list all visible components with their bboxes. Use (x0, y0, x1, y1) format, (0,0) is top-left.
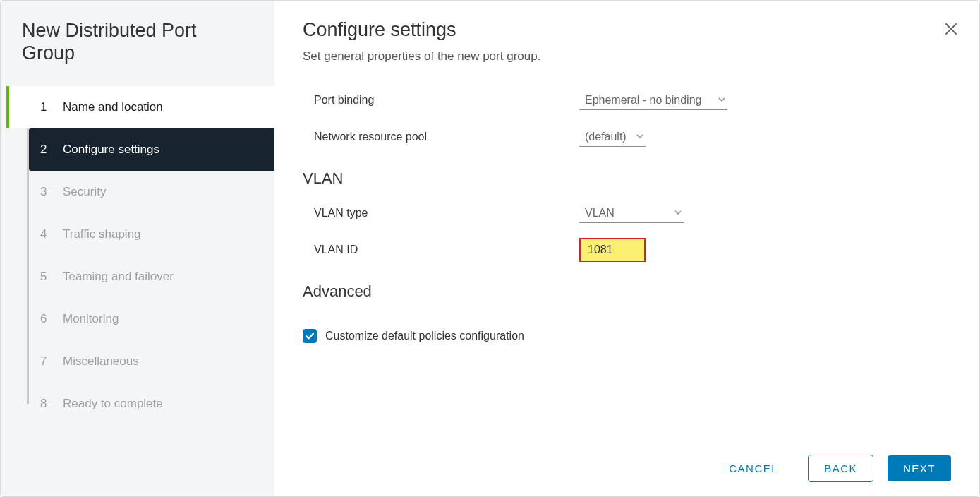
step-number: 3 (40, 185, 54, 199)
row-customize-policies: Customize default policies configuration (303, 318, 951, 354)
port-binding-select[interactable]: Ephemeral - no binding (579, 91, 727, 110)
cancel-button[interactable]: CANCEL (713, 455, 794, 481)
step-name-and-location[interactable]: 1 Name and location (6, 86, 274, 128)
step-number: 4 (40, 227, 54, 241)
step-number: 2 (40, 143, 54, 157)
customize-policies-checkbox[interactable] (303, 329, 317, 343)
step-label: Security (63, 185, 106, 199)
close-button[interactable] (944, 22, 958, 39)
step-monitoring: 6 Monitoring (22, 298, 274, 340)
step-number: 6 (40, 312, 54, 326)
row-port-binding: Port binding Ephemeral - no binding (303, 82, 951, 119)
step-traffic-shaping: 4 Traffic shaping (22, 213, 274, 256)
step-label: Ready to complete (63, 397, 163, 411)
vlan-type-select[interactable]: VLAN (579, 204, 684, 223)
row-vlan-id: VLAN ID (303, 232, 951, 268)
page-subtitle: Set general properties of the new port g… (303, 49, 951, 64)
row-network-resource-pool: Network resource pool (default) (303, 119, 951, 155)
step-number: 7 (40, 354, 54, 369)
step-label: Configure settings (63, 143, 159, 157)
network-resource-pool-label: Network resource pool (314, 131, 579, 143)
vlan-type-value: VLAN (585, 207, 615, 220)
wizard-dialog: New Distributed Port Group 1 Name and lo… (0, 0, 980, 497)
step-miscellaneous: 7 Miscellaneous (22, 340, 274, 383)
check-icon (305, 331, 315, 341)
advanced-section-heading: Advanced (303, 282, 951, 301)
port-binding-value: Ephemeral - no binding (585, 94, 701, 107)
step-number: 5 (40, 270, 54, 284)
step-label: Monitoring (63, 312, 119, 326)
wizard-steps: 1 Name and location 2 Configure settings… (1, 86, 274, 425)
vlan-type-label: VLAN type (314, 207, 579, 220)
step-label: Name and location (63, 100, 163, 114)
wizard-main-panel: Configure settings Set general propertie… (274, 1, 979, 496)
chevron-down-icon (674, 207, 682, 220)
chevron-down-icon (636, 131, 644, 143)
next-button[interactable]: NEXT (888, 455, 951, 481)
network-resource-pool-value: (default) (585, 131, 627, 143)
wizard-sidebar: New Distributed Port Group 1 Name and lo… (1, 1, 274, 496)
wizard-footer: CANCEL BACK NEXT (303, 441, 951, 482)
step-label: Miscellaneous (63, 354, 139, 369)
vlan-id-input[interactable] (579, 238, 646, 262)
chevron-down-icon (718, 94, 726, 107)
row-vlan-type: VLAN type VLAN (303, 195, 951, 232)
vlan-section-heading: VLAN (303, 169, 951, 188)
page-title: Configure settings (303, 19, 951, 41)
step-number: 1 (40, 100, 54, 114)
step-configure-settings[interactable]: 2 Configure settings (29, 128, 274, 171)
step-security: 3 Security (22, 171, 274, 213)
step-label: Traffic shaping (63, 227, 141, 241)
step-ready-to-complete: 8 Ready to complete (22, 383, 274, 425)
port-binding-label: Port binding (314, 94, 579, 107)
step-label: Teaming and failover (63, 270, 174, 284)
wizard-title: New Distributed Port Group (1, 19, 274, 86)
back-button[interactable]: BACK (808, 455, 873, 482)
customize-policies-label: Customize default policies configuration (325, 330, 524, 342)
step-teaming-and-failover: 5 Teaming and failover (22, 256, 274, 298)
step-number: 8 (40, 397, 54, 411)
network-resource-pool-select[interactable]: (default) (579, 128, 646, 147)
vlan-id-label: VLAN ID (314, 244, 579, 256)
close-icon (944, 22, 958, 36)
